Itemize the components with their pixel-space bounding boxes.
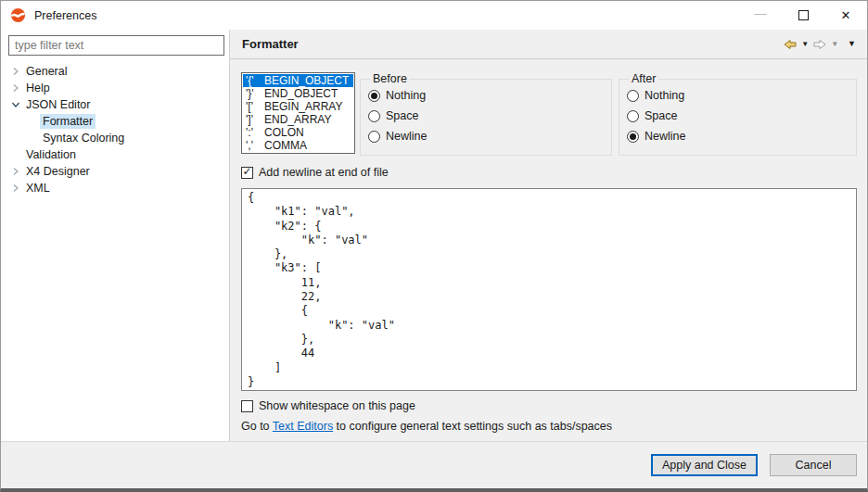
- tree-item-general[interactable]: General: [1, 63, 229, 80]
- caret-down-icon: ▼: [801, 41, 809, 48]
- tree-item-syntax-coloring[interactable]: Syntax Coloring: [1, 130, 229, 146]
- tree-item-label: Formatter: [40, 114, 96, 129]
- page-navigation: ▼ ▼ ▼: [781, 35, 858, 54]
- radio-icon[interactable]: [368, 110, 380, 122]
- apply-and-close-button[interactable]: Apply and Close: [651, 454, 758, 476]
- radio-icon[interactable]: [627, 110, 639, 122]
- radio-label: Newline: [386, 130, 427, 143]
- back-arrow-icon: [783, 37, 798, 52]
- token-settings-row: '{'BEGIN_OBJECT '}'END_OBJECT '['BEGIN_A…: [241, 72, 857, 156]
- before-nothing-option[interactable]: Nothing: [368, 85, 604, 106]
- text-editors-link[interactable]: Text Editors: [273, 420, 333, 433]
- token-name: END_OBJECT: [264, 87, 338, 100]
- token-symbol: ']': [246, 113, 264, 126]
- maximize-button[interactable]: [782, 1, 824, 30]
- preferences-dialog: Preferences — ✕ General: [0, 0, 868, 492]
- token-name: BEGIN_ARRAY: [264, 100, 342, 113]
- format-preview-box: { "k1": "val", "k2": { "k": "val" }, "k3…: [241, 188, 857, 391]
- tree-item-label: General: [23, 64, 70, 79]
- token-item-comma[interactable]: ','COMMA: [243, 139, 353, 152]
- caret-down-icon: ▼: [831, 41, 838, 48]
- add-newline-checkbox-row[interactable]: ✓ Add newline at end of file: [241, 165, 857, 180]
- token-item-end-object[interactable]: '}'END_OBJECT: [243, 87, 353, 100]
- radio-label: Space: [645, 109, 677, 122]
- tree-item-label: XML: [23, 181, 53, 196]
- close-icon: ✕: [841, 8, 851, 22]
- formatter-content: '{'BEGIN_OBJECT '}'END_OBJECT '['BEGIN_A…: [230, 59, 867, 441]
- tree-item-label: JSON Editor: [23, 97, 93, 112]
- token-listbox[interactable]: '{'BEGIN_OBJECT '}'END_OBJECT '['BEGIN_A…: [241, 72, 355, 154]
- checkbox-label: Show whitespace on this page: [259, 399, 415, 412]
- radio-icon[interactable]: [368, 131, 380, 143]
- tree-item-validation[interactable]: Validation: [1, 146, 229, 163]
- show-whitespace-checkbox-row[interactable]: ✓ Show whitespace on this page: [241, 398, 857, 413]
- tree-item-x4-designer[interactable]: X4 Designer: [1, 163, 229, 180]
- before-group-label: Before: [370, 72, 410, 85]
- radio-icon[interactable]: [627, 131, 639, 143]
- tree-item-label: Validation: [23, 147, 79, 162]
- forward-history-dropdown[interactable]: ▼: [829, 35, 840, 54]
- radio-icon[interactable]: [627, 90, 639, 102]
- view-menu-button[interactable]: ▼: [840, 35, 858, 54]
- before-space-option[interactable]: Space: [368, 106, 604, 126]
- window-title: Preferences: [34, 9, 96, 22]
- forward-button[interactable]: [811, 35, 829, 54]
- before-group: Before Nothing Space Newline: [360, 72, 612, 156]
- caret-down-icon: ▼: [848, 40, 856, 48]
- before-newline-option[interactable]: Newline: [368, 126, 604, 146]
- token-item-colon[interactable]: ':'COLON: [243, 126, 353, 139]
- token-symbol: '{': [246, 74, 264, 87]
- minimize-button[interactable]: —: [739, 1, 782, 30]
- checkbox-label: Add newline at end of file: [259, 166, 389, 179]
- maximize-icon: [798, 10, 809, 20]
- panel-header: Formatter ▼: [230, 30, 867, 59]
- tree-item-label: X4 Designer: [23, 164, 93, 179]
- token-name: COMMA: [264, 139, 307, 152]
- after-nothing-option[interactable]: Nothing: [627, 85, 849, 106]
- preferences-sidebar: General Help JSON Editor Formatt: [1, 30, 230, 441]
- tree-item-json-editor[interactable]: JSON Editor: [1, 96, 229, 113]
- tree-item-xml[interactable]: XML: [1, 180, 229, 196]
- chevron-right-icon[interactable]: [8, 183, 23, 193]
- minimize-icon: —: [755, 6, 767, 20]
- token-item-begin-object[interactable]: '{'BEGIN_OBJECT: [243, 74, 353, 87]
- close-button[interactable]: ✕: [824, 1, 867, 30]
- chevron-right-icon[interactable]: [8, 67, 23, 76]
- format-preview-text: { "k1": "val", "k2": { "k": "val" }, "k3…: [248, 191, 850, 389]
- chevron-down-icon[interactable]: [8, 100, 23, 109]
- radio-label: Nothing: [645, 89, 684, 102]
- token-name: BEGIN_OBJECT: [264, 74, 349, 87]
- goto-text-editors-row: Go to Text Editors to configure general …: [241, 420, 857, 435]
- token-symbol: ':': [246, 126, 264, 139]
- forward-arrow-icon: [812, 37, 827, 52]
- token-item-begin-array[interactable]: '['BEGIN_ARRAY: [243, 100, 353, 113]
- token-symbol: '[': [246, 100, 264, 113]
- checkbox-icon[interactable]: ✓: [241, 167, 253, 179]
- cancel-button[interactable]: Cancel: [770, 454, 857, 476]
- tree-item-help[interactable]: Help: [1, 80, 229, 96]
- title-bar: Preferences — ✕: [1, 1, 867, 30]
- token-item-end-array[interactable]: ']'END_ARRAY: [243, 113, 353, 126]
- radio-icon[interactable]: [368, 90, 380, 102]
- checkbox-icon[interactable]: ✓: [241, 400, 253, 412]
- after-space-option[interactable]: Space: [627, 106, 849, 126]
- radio-label: Nothing: [386, 89, 426, 102]
- tree-item-label: Help: [23, 81, 53, 95]
- radio-label: Newline: [645, 130, 685, 143]
- token-name: COLON: [264, 126, 304, 139]
- after-newline-option[interactable]: Newline: [627, 126, 849, 146]
- after-group-label: After: [629, 72, 658, 85]
- formatter-panel: Formatter ▼: [230, 30, 867, 441]
- after-group: After Nothing Space Newline: [619, 72, 857, 156]
- filter-input[interactable]: [8, 35, 224, 56]
- back-history-dropdown[interactable]: ▼: [799, 35, 811, 54]
- chevron-right-icon[interactable]: [8, 83, 23, 93]
- chevron-right-icon[interactable]: [8, 167, 23, 176]
- goto-suffix-text: to configure general text settings such …: [333, 420, 612, 433]
- back-button[interactable]: [781, 35, 799, 54]
- radio-label: Space: [386, 109, 418, 122]
- token-symbol: ',': [246, 139, 264, 152]
- page-title: Formatter: [242, 37, 299, 51]
- tree-item-formatter[interactable]: Formatter: [1, 113, 229, 130]
- main-area: General Help JSON Editor Formatt: [1, 30, 867, 441]
